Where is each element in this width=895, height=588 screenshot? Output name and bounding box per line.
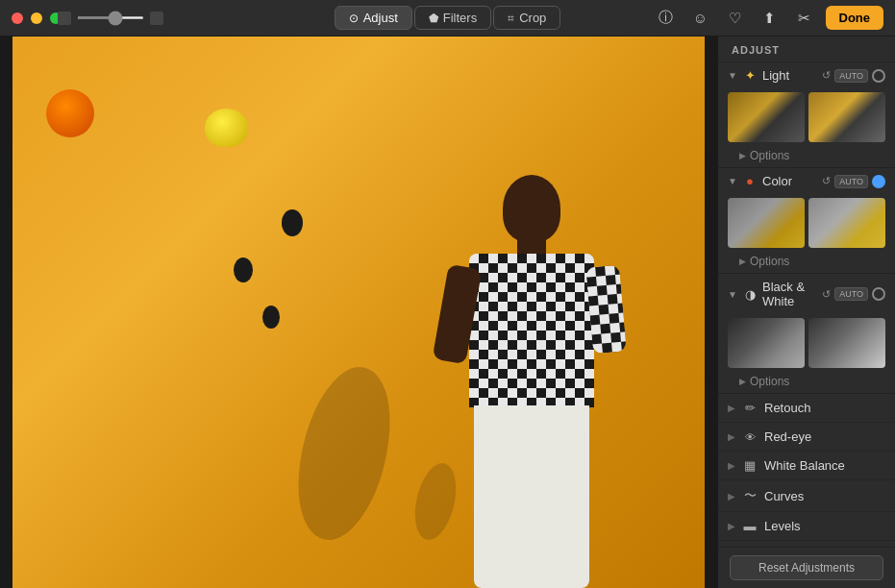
color-toggle[interactable]: [872, 175, 885, 188]
titlebar: ⊙ Adjust ⬟ Filters ⌗ Crop ⓘ ☺ ♡ ⬆ ✂ Done: [0, 0, 895, 37]
brightness-slider[interactable]: [77, 16, 144, 19]
light-options[interactable]: ▶ Options: [718, 146, 895, 167]
list-item-redeye[interactable]: ▶ 👁 Red-eye: [718, 423, 895, 452]
color-thumb-2-inner: [808, 198, 885, 248]
arrow-retouch: ▶: [728, 403, 735, 413]
crop-icon: ⌗: [508, 12, 514, 25]
light-thumb-1-inner: [728, 92, 805, 142]
bw-options[interactable]: ▶ Options: [718, 372, 895, 393]
bw-thumb-2-inner: [808, 318, 885, 368]
bw-reset-icon[interactable]: ↺: [822, 288, 831, 301]
emoji-button[interactable]: ☺: [687, 5, 714, 32]
color-options[interactable]: ▶ Options: [718, 252, 895, 273]
light-auto-badge[interactable]: AUTO: [834, 69, 868, 83]
options-text-color: Options: [750, 255, 789, 268]
levels-label: Levels: [764, 519, 885, 533]
share-button[interactable]: ⬆: [757, 5, 783, 32]
light-icon: ✦: [742, 68, 758, 83]
section-light-header[interactable]: ▼ ✦ Light ↺ AUTO: [718, 62, 895, 88]
whitebalance-label: White Balance: [764, 458, 885, 473]
color-thumb-1[interactable]: [728, 198, 805, 248]
section-color-header[interactable]: ▼ ● Color ↺ AUTO: [718, 168, 895, 194]
person: [435, 175, 628, 588]
bw-thumb-2[interactable]: [808, 318, 885, 368]
section-bw-header[interactable]: ▼ ◑ Black & White ↺ AUTO: [718, 274, 895, 314]
arrow-redeye: ▶: [728, 431, 735, 442]
bw-controls: ↺ AUTO: [822, 287, 885, 301]
list-item-levels[interactable]: ▶ ▬ Levels: [718, 512, 895, 541]
heart-button[interactable]: ♡: [722, 5, 749, 32]
list-item-retouch[interactable]: ▶ ✏ Retouch: [718, 394, 895, 423]
retouch-icon: ✏: [741, 401, 758, 415]
fruit-lemon: [205, 109, 248, 147]
redeye-icon: 👁: [741, 431, 758, 443]
list-item-whitebalance[interactable]: ▶ ▦ White Balance: [718, 452, 895, 480]
titlebar-right-controls: ⓘ ☺ ♡ ⬆ ✂ Done: [653, 5, 884, 32]
photo-area: [0, 37, 717, 588]
minimize-button[interactable]: [31, 12, 42, 24]
tab-crop[interactable]: ⌗ Crop: [493, 6, 560, 30]
window-extra-controls: [58, 12, 163, 25]
options-arrow-bw: ▶: [739, 377, 746, 386]
expand-bw-icon: ▼: [728, 289, 737, 300]
options-text-bw: Options: [750, 375, 789, 388]
light-thumb-2-inner: [808, 92, 885, 142]
retouch-label: Retouch: [764, 401, 885, 415]
close-button[interactable]: [12, 12, 23, 24]
section-color-title: Color: [762, 174, 817, 188]
expand-light-icon: ▼: [728, 70, 737, 81]
filters-icon: ⬟: [429, 12, 438, 25]
panel-scroll[interactable]: ▼ ✦ Light ↺ AUTO: [718, 62, 895, 547]
arm-right: [585, 265, 627, 355]
color-icon: ●: [742, 174, 758, 188]
list-item-curves[interactable]: ▶ 〜 Curves: [718, 480, 895, 512]
options-arrow-color: ▶: [739, 257, 746, 266]
whitebalance-icon: ▦: [741, 458, 758, 473]
options-arrow-light: ▶: [739, 151, 746, 160]
light-reset-icon[interactable]: ↺: [822, 69, 831, 82]
color-reset-icon[interactable]: ↺: [822, 175, 831, 187]
fullscreen-icon[interactable]: [150, 12, 163, 25]
sidebar-toggle-icon[interactable]: [58, 12, 71, 25]
bw-auto-badge[interactable]: AUTO: [834, 287, 868, 301]
tab-adjust-label: Adjust: [363, 11, 398, 25]
bw-icon: ◑: [742, 287, 758, 302]
redeye-label: Red-eye: [764, 429, 885, 444]
color-thumb-2[interactable]: [808, 198, 885, 248]
bw-thumb-1-inner: [728, 318, 805, 368]
levels-icon: ▬: [741, 519, 758, 533]
info-button[interactable]: ⓘ: [653, 5, 680, 32]
light-thumb-2[interactable]: [808, 92, 885, 142]
light-controls: ↺ AUTO: [822, 69, 885, 83]
curves-label: Curves: [764, 489, 885, 503]
done-button[interactable]: Done: [826, 6, 884, 30]
window-controls: [12, 12, 62, 24]
light-toggle[interactable]: [872, 69, 885, 83]
ball1: [282, 209, 303, 236]
bw-toggle[interactable]: [872, 287, 885, 301]
tab-crop-label: Crop: [519, 11, 546, 25]
tab-adjust[interactable]: ⊙ Adjust: [335, 6, 412, 30]
bw-thumb-1[interactable]: [728, 318, 805, 368]
tools-button[interactable]: ✂: [791, 5, 818, 32]
panel-header: ADJUST: [718, 37, 895, 62]
reset-adjustments-button[interactable]: Reset Adjustments: [730, 555, 883, 580]
ball2: [234, 257, 253, 282]
shirt: [469, 254, 594, 407]
tab-filters[interactable]: ⬟ Filters: [414, 6, 491, 30]
arrow-curves: ▶: [728, 491, 735, 502]
expand-color-icon: ▼: [728, 176, 737, 186]
arrow-levels: ▶: [728, 521, 735, 531]
arrow-whitebalance: ▶: [728, 460, 735, 471]
color-thumbnails: [718, 194, 895, 252]
head: [503, 175, 560, 242]
main-content: ADJUST ▼ ✦ Light ↺ AUTO: [0, 37, 895, 588]
curves-icon: 〜: [741, 487, 758, 504]
light-thumbnails: [718, 88, 895, 146]
section-light-title: Light: [762, 68, 817, 83]
pants: [474, 405, 589, 588]
bw-thumbnails: [718, 314, 895, 372]
light-thumb-1[interactable]: [728, 92, 805, 142]
color-auto-badge[interactable]: AUTO: [834, 175, 868, 188]
section-light: ▼ ✦ Light ↺ AUTO: [718, 62, 895, 168]
